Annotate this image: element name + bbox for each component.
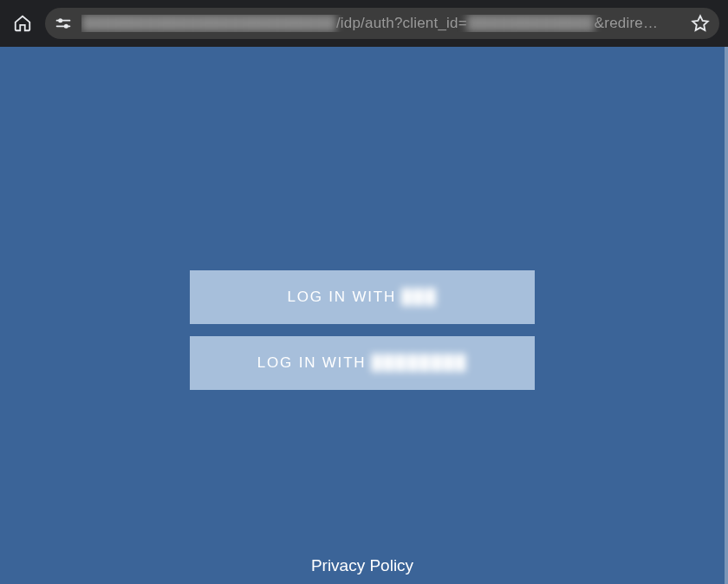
login-btn-label-1-suffix-obscured: ███ — [401, 289, 438, 306]
scrollbar-track[interactable] — [725, 47, 728, 584]
svg-point-1 — [58, 18, 62, 23]
svg-rect-2 — [56, 26, 71, 28]
home-button[interactable] — [9, 10, 36, 37]
browser-toolbar: ████████████████████████/idp/auth?client… — [0, 0, 728, 47]
tune-icon — [55, 15, 72, 32]
login-button-provider-2[interactable]: LOG IN WITH ████████ — [190, 336, 535, 390]
home-icon — [13, 14, 32, 33]
site-settings-button[interactable] — [54, 14, 73, 33]
login-buttons: LOG IN WITH ███ LOG IN WITH ████████ — [190, 270, 535, 390]
url-obscured-host: ████████████████████████ — [81, 15, 336, 31]
login-btn-label-2-prefix: LOG IN WITH — [257, 354, 367, 372]
svg-point-3 — [64, 24, 68, 29]
svg-rect-0 — [56, 20, 71, 22]
url-text: ████████████████████████/idp/auth?client… — [81, 15, 679, 32]
login-button-provider-1[interactable]: LOG IN WITH ███ — [190, 270, 535, 324]
privacy-policy-link[interactable]: Privacy Policy — [0, 556, 725, 575]
url-path: /idp/auth?client_id= — [336, 15, 467, 31]
login-btn-label-2-suffix-obscured: ████████ — [371, 354, 467, 372]
login-btn-label-1-prefix: LOG IN WITH — [287, 289, 396, 306]
url-obscured-client-id: ████████████ — [467, 15, 595, 31]
bookmark-button[interactable] — [688, 11, 712, 36]
star-icon — [691, 14, 710, 33]
page-body: LOG IN WITH ███ LOG IN WITH ████████ Pri… — [0, 47, 725, 584]
address-bar[interactable]: ████████████████████████/idp/auth?client… — [45, 8, 719, 39]
url-tail: &redire… — [595, 15, 658, 31]
